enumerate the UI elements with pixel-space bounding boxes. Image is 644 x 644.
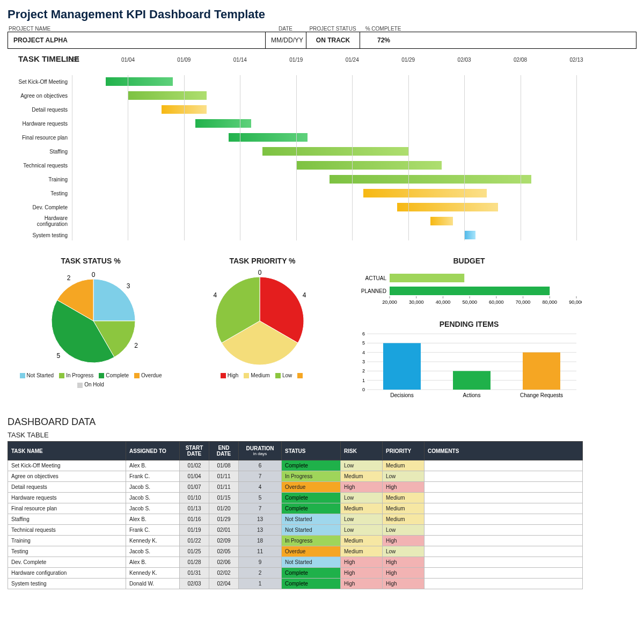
gantt-chart: 12/3001/0401/0901/1401/1901/2401/2902/03… bbox=[15, 65, 584, 251]
label-date: DATE bbox=[265, 26, 306, 32]
gantt-row-label: Agree on objectives bbox=[15, 93, 72, 99]
th-risk[interactable]: RISK bbox=[341, 442, 383, 460]
legend-item: Low bbox=[275, 372, 292, 378]
table-row[interactable]: TrainingKennedy K.01/2202/0918In Progres… bbox=[8, 536, 583, 546]
legend-item bbox=[297, 372, 304, 378]
legend-item: Complete bbox=[99, 372, 129, 378]
pie-label: 4 bbox=[303, 291, 306, 299]
gantt-row-label: System testing bbox=[15, 232, 72, 238]
budget-cat: ACTUAL bbox=[365, 275, 387, 281]
pie-label: 4 bbox=[258, 369, 262, 369]
pie-label: 5 bbox=[57, 352, 61, 360]
pending-bar bbox=[453, 371, 491, 390]
gantt-tick: 01/29 bbox=[401, 57, 415, 63]
gantt-tick: 01/14 bbox=[233, 57, 247, 63]
svg-text:80,000: 80,000 bbox=[543, 299, 558, 305]
legend-item: Overdue bbox=[134, 372, 162, 378]
panel-pending-title: PENDING ITEMS bbox=[351, 320, 587, 328]
legend-item: On Hold bbox=[77, 382, 104, 387]
info-header-row: PROJECT NAME DATE PROJECT STATUS % COMPL… bbox=[8, 26, 636, 32]
table-row[interactable]: TestingJacob S.01/2502/0511OverdueMedium… bbox=[8, 546, 583, 557]
th-assigned[interactable]: ASSIGNED TO bbox=[126, 442, 180, 460]
table-row[interactable]: Technical requestsFrank C.01/1902/0113No… bbox=[8, 525, 583, 536]
panel-task-status-title: TASK STATUS % bbox=[8, 257, 174, 265]
pie-label: 2 bbox=[134, 342, 138, 349]
th-end[interactable]: END DATE bbox=[209, 442, 239, 460]
pie-label: 2 bbox=[67, 274, 71, 282]
gantt-tick: 02/08 bbox=[514, 57, 527, 63]
table-row[interactable]: Set Kick-Off MeetingAlex B.01/0201/086Co… bbox=[8, 460, 583, 471]
svg-text:30,000: 30,000 bbox=[409, 299, 424, 305]
legend-status: Not StartedIn ProgressCompleteOverdueOn … bbox=[8, 372, 174, 388]
value-status: ON TRACK bbox=[306, 32, 360, 48]
th-comments[interactable]: COMMENTS bbox=[425, 442, 583, 460]
table-row[interactable]: Hardware configurationKennedy K.01/3102/… bbox=[8, 568, 583, 579]
th-start[interactable]: START DATE bbox=[180, 442, 209, 460]
svg-text:2: 2 bbox=[362, 368, 365, 374]
svg-text:Actions: Actions bbox=[463, 392, 481, 398]
gantt-row-label: Hardware configuration bbox=[15, 215, 72, 227]
pie-label: 4 bbox=[214, 291, 217, 299]
svg-text:6: 6 bbox=[362, 331, 365, 336]
svg-text:40,000: 40,000 bbox=[436, 299, 451, 305]
gantt-tick: 02/03 bbox=[458, 57, 471, 63]
budget-bar bbox=[390, 274, 464, 282]
value-date[interactable]: MM/DD/YY bbox=[266, 32, 306, 48]
gantt-row-label: Final resource plan bbox=[15, 135, 72, 141]
panel-task-status: TASK STATUS % 32520 Not StartedIn Progre… bbox=[8, 255, 174, 407]
pending-chart: 0123456DecisionsActionsChange Requests bbox=[351, 331, 582, 406]
th-duration[interactable]: DURATIONin days bbox=[239, 442, 282, 460]
table-row[interactable]: Agree on objectivesFrank C.01/0401/117In… bbox=[8, 471, 583, 482]
table-row[interactable]: Final resource planJacob S.01/1301/207Co… bbox=[8, 503, 583, 514]
label-status: PROJECT STATUS bbox=[306, 26, 360, 32]
gantt-tick: 01/24 bbox=[346, 57, 359, 63]
legend-item: In Progress bbox=[59, 372, 93, 378]
gantt-tick: 01/09 bbox=[177, 57, 191, 63]
table-row[interactable]: Dev. CompleteAlex B.01/2802/069Not Start… bbox=[8, 557, 583, 568]
pending-bar bbox=[523, 353, 560, 390]
value-pct: 72% bbox=[360, 32, 407, 48]
svg-text:0: 0 bbox=[362, 387, 365, 392]
gantt-tick: 02/13 bbox=[569, 57, 583, 63]
svg-text:70,000: 70,000 bbox=[516, 299, 531, 305]
gantt-row-label: Hardware requests bbox=[15, 121, 72, 127]
page-title: Project Management KPI Dashboard Templat… bbox=[8, 8, 636, 21]
panel-budget-title: BUDGET bbox=[351, 257, 587, 265]
budget-cat: PLANNED bbox=[361, 288, 386, 294]
svg-text:Change Requests: Change Requests bbox=[520, 392, 563, 398]
svg-text:3: 3 bbox=[362, 359, 365, 364]
legend-item: High bbox=[221, 372, 239, 378]
th-priority[interactable]: PRIORITY bbox=[383, 442, 425, 460]
value-project-name[interactable]: PROJECT ALPHA bbox=[8, 32, 266, 48]
svg-text:90,000: 90,000 bbox=[569, 299, 582, 305]
legend-item: Not Started bbox=[20, 372, 54, 378]
svg-text:0: 0 bbox=[258, 269, 262, 276]
table-row[interactable]: System testingDonald W.02/0302/041Comple… bbox=[8, 579, 583, 589]
info-value-row: PROJECT ALPHA MM/DD/YY ON TRACK 72% bbox=[8, 32, 636, 49]
svg-text:60,000: 60,000 bbox=[489, 299, 504, 305]
timeline-title: TASK TIMELINE bbox=[18, 54, 636, 63]
legend-priority: HighMediumLow bbox=[179, 372, 346, 378]
gantt-row-label: Technical requests bbox=[15, 163, 72, 169]
dashboard-data-title: DASHBOARD DATA bbox=[8, 416, 636, 428]
table-row[interactable]: Hardware requestsJacob S.01/1001/155Comp… bbox=[8, 493, 583, 503]
gantt-row-label: Testing bbox=[15, 191, 72, 196]
label-pct: % COMPLETE bbox=[360, 26, 407, 32]
th-task[interactable]: TASK NAME bbox=[8, 442, 126, 460]
gantt-tick: 12/30 bbox=[65, 57, 78, 63]
table-row[interactable]: Detail requestsJacob S.01/0701/114Overdu… bbox=[8, 482, 583, 493]
task-table-title: TASK TABLE bbox=[8, 431, 636, 439]
panel-task-priority: TASK PRIORITY % 4440 HighMediumLow bbox=[179, 255, 346, 407]
svg-text:Decisions: Decisions bbox=[390, 392, 413, 398]
gantt-row-label: Set Kick-Off Meeting bbox=[15, 79, 72, 85]
th-status[interactable]: STATUS bbox=[282, 442, 341, 460]
pie-status: 32520 bbox=[8, 267, 169, 369]
pie-priority: 4440 bbox=[179, 267, 340, 369]
table-row[interactable]: StaffingAlex B.01/1601/2913Not StartedLo… bbox=[8, 514, 583, 525]
svg-text:0: 0 bbox=[92, 271, 96, 279]
panel-right: BUDGET ACTUALPLANNED20,00030,00040,00050… bbox=[351, 255, 587, 407]
legend-item: Medium bbox=[244, 372, 270, 378]
gantt-row-label: Training bbox=[15, 177, 72, 182]
svg-text:20,000: 20,000 bbox=[382, 299, 397, 305]
svg-text:1: 1 bbox=[362, 378, 365, 383]
